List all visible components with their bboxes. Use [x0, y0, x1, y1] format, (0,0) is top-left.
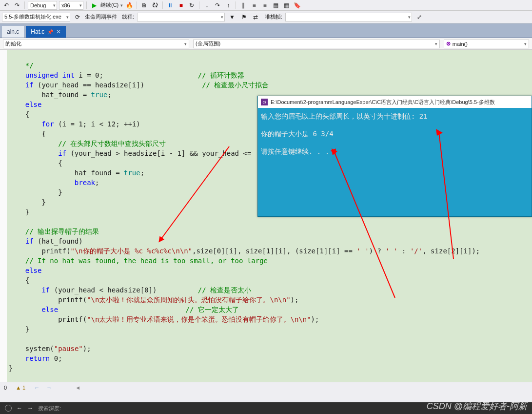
tab-strip: ain.c Hat.c 📌 ✕ [0, 23, 532, 38]
scope-dropdown[interactable]: 的始化 [3, 40, 189, 48]
bookmark-icon[interactable]: 🔖 [293, 1, 301, 10]
file-icon[interactable]: 🗎 [140, 1, 149, 10]
func-icon: ⊗ [446, 41, 451, 47]
toolbar-top: ↶ ↷ Debug x86 ▶ 继续(C) ▾ 🔥 🗎 🗘 ⏸ ■ ↻ ↓ ↷ … [0, 0, 532, 11]
console-title-text: E:\Document\2-programmLanguageExper\C\C语… [271, 99, 495, 106]
step-over-icon[interactable]: ↷ [213, 1, 222, 10]
toolbar-second: 5.5-多维数组初始化.exe ⟳ 生命周期事件 线程: ▼ ⚑ ⇄ 堆栈帧: … [0, 11, 532, 23]
flag-icon[interactable]: ⚑ [239, 13, 248, 21]
stop-icon[interactable]: ■ [177, 1, 185, 10]
step-into-icon[interactable]: ↓ [202, 1, 211, 10]
warning-count[interactable]: ▲ 1 [16, 385, 25, 391]
tab-label: ain.c [7, 28, 19, 35]
svg-line-0 [161, 146, 229, 239]
stack-label: 堆栈帧: [265, 13, 282, 21]
search-icon[interactable] [5, 405, 12, 412]
class-dropdown[interactable]: (全局范围) [193, 40, 440, 48]
pin-icon[interactable]: 📌 [47, 29, 53, 35]
svg-marker-2 [332, 148, 337, 155]
tab-label: Hat.c [31, 28, 44, 35]
margin-gutter [0, 50, 7, 382]
play-icon[interactable]: ▶ [90, 1, 99, 10]
uncomment-icon[interactable]: ▦ [282, 1, 291, 10]
next-arrow-icon[interactable]: → [46, 385, 52, 391]
format-icon1[interactable]: ≡ [250, 1, 258, 10]
comment-icon[interactable]: ▦ [271, 1, 280, 10]
console-titlebar[interactable]: c\ E:\Document\2-programmLanguageExper\C… [258, 96, 532, 108]
process-dropdown[interactable]: 5.5-多维数组初始化.exe [2, 13, 70, 21]
hot-reload-icon[interactable]: 🔥 [125, 1, 134, 10]
nav-arrows: ← → [34, 385, 52, 391]
stackframe-dropdown[interactable] [285, 13, 412, 21]
function-dropdown[interactable]: ⊗main() [444, 40, 529, 48]
swap-icon[interactable]: ⇄ [251, 13, 260, 21]
continue-label[interactable]: 继续(C) [100, 1, 118, 9]
config-dropdown[interactable]: Debug [28, 1, 57, 10]
watermark: CSDN @编程爱好者-阿新 [427, 400, 527, 412]
annotation-arrow-2 [327, 146, 405, 308]
thread-label: 线程: [122, 13, 134, 21]
svg-line-1 [334, 151, 395, 298]
platform-dropdown[interactable]: x86 [59, 1, 83, 10]
search-depth-label: 搜索深度: [38, 405, 61, 412]
prev-arrow-icon[interactable]: ← [34, 385, 39, 391]
tab-ainc[interactable]: ain.c [2, 26, 24, 38]
code-icon[interactable]: ∥ [239, 1, 248, 10]
pause-icon[interactable]: ⏸ [166, 1, 175, 10]
step-out-icon[interactable]: ↑ [224, 1, 233, 10]
annotation-arrow-1 [156, 142, 234, 249]
expand-icon[interactable]: ⤢ [415, 13, 424, 21]
reload-icon[interactable]: 🗘 [151, 1, 159, 10]
filter-icon[interactable]: ▼ [228, 13, 236, 21]
prev-icon[interactable]: ← [17, 405, 22, 412]
next-icon[interactable]: → [27, 405, 33, 412]
svg-line-3 [439, 132, 453, 259]
nav-bar: 的始化 (全局范围) ⊗main() [0, 38, 532, 50]
annotation-arrow-3 [429, 127, 468, 264]
refresh-icon[interactable]: ↻ [187, 1, 196, 10]
console-app-icon: c\ [261, 99, 268, 105]
thread-dropdown[interactable] [137, 13, 225, 21]
format-icon2[interactable]: ≡ [260, 1, 269, 10]
status-bar: 0 ▲ 1 ← → ◄ [0, 382, 532, 393]
scroll-left-icon[interactable]: ◄ [75, 385, 80, 391]
tab-hatc[interactable]: Hat.c 📌 ✕ [26, 26, 66, 38]
undo-arrow-icon[interactable]: ↶ [2, 1, 11, 10]
lifecycle-label: 生命周期事件 [85, 13, 117, 21]
lifecycle-icon[interactable]: ⟳ [73, 13, 82, 21]
error-count[interactable]: 0 [4, 385, 7, 391]
close-icon[interactable]: ✕ [56, 28, 61, 35]
formatting-icons: ∥ ≡ ≡ ▦ ▦ 🔖 [239, 1, 301, 10]
redo-arrow-icon[interactable]: ↷ [13, 1, 21, 10]
